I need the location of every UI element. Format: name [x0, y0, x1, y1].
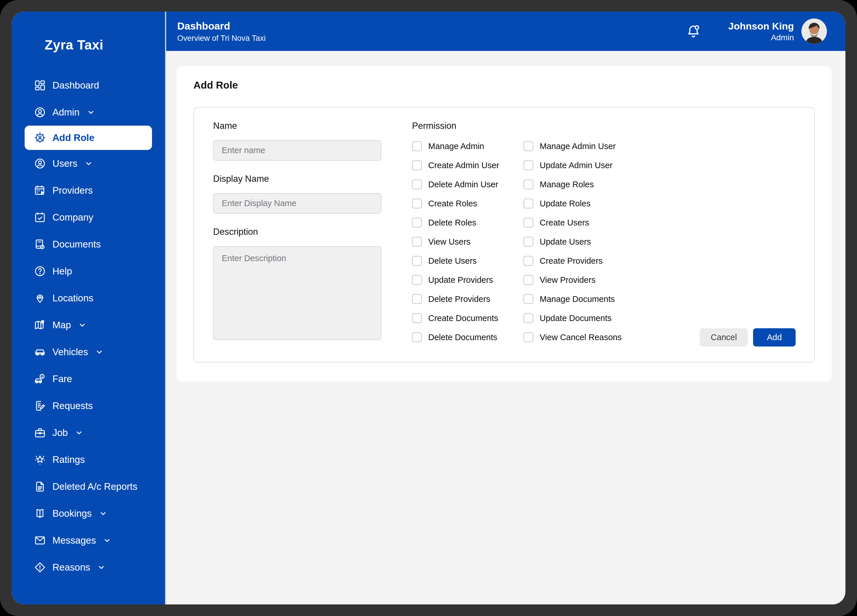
permission-checkbox[interactable] — [523, 237, 533, 247]
chevron-down-icon — [99, 509, 107, 518]
sidebar-item-label: Add Role — [53, 132, 94, 143]
admin-icon — [34, 106, 46, 118]
user-name: Johnson King — [728, 20, 794, 32]
permission-checkbox[interactable] — [412, 161, 422, 170]
permission-checkbox[interactable] — [523, 332, 533, 342]
sidebar-item-label: Ratings — [53, 454, 85, 465]
company-icon — [34, 212, 46, 224]
sidebar-item-admin[interactable]: Admin — [12, 99, 165, 126]
display-name-label: Display Name — [213, 173, 381, 184]
permission-row-view-cancel-reasons: View Cancel Reasons — [523, 328, 622, 347]
permission-checkbox[interactable] — [412, 141, 422, 151]
sidebar-item-users[interactable]: Users — [12, 150, 165, 177]
sidebar-item-company[interactable]: Company — [12, 204, 165, 231]
sidebar-item-requests[interactable]: Requests — [12, 392, 165, 419]
permission-checkbox[interactable] — [523, 218, 533, 227]
device-frame: Zyra Taxi DashboardAdminAdd RoleUsersPro… — [0, 0, 857, 616]
app-window: Zyra Taxi DashboardAdminAdd RoleUsersPro… — [12, 12, 845, 604]
permission-row-create-providers: Create Providers — [523, 251, 622, 270]
permission-checkbox[interactable] — [412, 313, 422, 323]
permission-row-view-providers: View Providers — [523, 270, 622, 289]
sidebar: Zyra Taxi DashboardAdminAdd RoleUsersPro… — [12, 12, 165, 604]
sidebar-item-label: Locations — [53, 293, 93, 304]
sidebar-item-deleted-a-c-reports[interactable]: Deleted A/c Reports — [12, 473, 165, 500]
sidebar-item-label: Providers — [53, 185, 93, 196]
permission-label: Create Documents — [428, 313, 498, 323]
sidebar-item-vehicles[interactable]: Vehicles — [12, 338, 165, 365]
permission-label: View Cancel Reasons — [540, 333, 622, 342]
sidebar-item-help[interactable]: Help — [12, 258, 165, 284]
reasons-icon — [34, 561, 46, 573]
sidebar-item-documents[interactable]: Documents — [12, 231, 165, 258]
permission-row-update-roles: Update Roles — [523, 194, 622, 213]
help-icon — [34, 265, 46, 277]
name-field-group: Name — [213, 120, 381, 161]
fare-icon: $ — [34, 373, 46, 385]
permission-label: Delete Providers — [428, 294, 490, 304]
permission-checkbox[interactable] — [523, 161, 533, 170]
sidebar-item-providers[interactable]: Providers — [12, 177, 165, 204]
permission-checkbox[interactable] — [412, 294, 422, 304]
sidebar-item-reasons[interactable]: Reasons — [12, 554, 165, 580]
permission-label: Manage Admin — [428, 142, 484, 151]
sidebar-item-label: Admin — [53, 107, 80, 118]
card-title: Add Role — [193, 79, 815, 91]
permission-checkbox[interactable] — [523, 141, 533, 151]
sidebar-item-label: Vehicles — [53, 346, 88, 358]
permission-checkbox[interactable] — [412, 199, 422, 208]
sidebar-item-locations[interactable]: Locations — [12, 284, 165, 312]
permission-checkbox[interactable] — [523, 256, 533, 266]
display-name-field-group: Display Name — [213, 173, 381, 214]
sidebar-item-bookings[interactable]: Bookings — [12, 500, 165, 527]
sidebar-item-add-role[interactable]: Add Role — [25, 126, 152, 150]
add-button[interactable]: Add — [753, 328, 796, 346]
chevron-down-icon — [84, 159, 93, 168]
sidebar-item-label: Job — [53, 427, 68, 438]
permission-label: Update Users — [540, 237, 591, 247]
avatar[interactable] — [801, 19, 827, 44]
sidebar-item-fare[interactable]: $Fare — [12, 365, 165, 392]
sidebar-item-ratings[interactable]: Ratings — [12, 446, 165, 473]
permission-checkbox[interactable] — [523, 294, 533, 304]
permission-column-1: Manage AdminCreate Admin UserDelete Admi… — [412, 137, 523, 347]
permission-checkbox[interactable] — [523, 275, 533, 285]
permission-checkbox[interactable] — [412, 256, 422, 266]
users-icon — [34, 157, 46, 170]
permission-label: Delete Roles — [428, 218, 476, 227]
sidebar-item-label: Deleted A/c Reports — [53, 481, 138, 492]
description-label: Description — [213, 226, 381, 237]
description-textarea[interactable] — [213, 246, 381, 340]
permission-checkbox[interactable] — [412, 179, 422, 189]
sidebar-item-label: Documents — [53, 239, 101, 250]
job-icon — [34, 427, 46, 439]
permission-checkbox[interactable] — [412, 275, 422, 285]
permission-checkbox[interactable] — [523, 313, 533, 323]
permission-label: Delete Admin User — [428, 180, 498, 189]
sidebar-item-label: Fare — [53, 374, 72, 384]
sidebar-item-label: Help — [53, 266, 72, 277]
chevron-down-icon — [103, 536, 111, 545]
sidebar-item-map[interactable]: Map — [12, 312, 165, 338]
permission-checkbox[interactable] — [523, 179, 533, 189]
bell-icon[interactable] — [685, 23, 702, 39]
sidebar-item-job[interactable]: Job — [12, 419, 165, 446]
cancel-button[interactable]: Cancel — [700, 328, 748, 346]
header-titles: Dashboard Overview of Tri Nova Taxi — [177, 20, 266, 43]
permission-checkbox[interactable] — [412, 218, 422, 227]
display-name-input[interactable] — [213, 193, 381, 214]
permission-checkbox[interactable] — [412, 237, 422, 247]
sidebar-item-messages[interactable]: Messages — [12, 527, 165, 554]
permission-checkbox[interactable] — [412, 332, 422, 342]
permission-label: Delete Documents — [428, 333, 497, 342]
content-area: Add Role Name Display Name — [166, 51, 845, 604]
chevron-down-icon — [95, 348, 104, 356]
permission-checkbox[interactable] — [523, 199, 533, 208]
permission-section: Permission Manage AdminCreate Admin User… — [412, 120, 814, 362]
permission-row-create-documents: Create Documents — [412, 309, 523, 328]
messages-icon — [34, 534, 46, 547]
providers-icon — [34, 184, 46, 196]
permission-label: Delete Users — [428, 256, 477, 266]
permission-row-update-admin-user: Update Admin User — [523, 156, 622, 175]
sidebar-item-dashboard[interactable]: Dashboard — [12, 72, 165, 99]
name-input[interactable] — [213, 140, 381, 161]
